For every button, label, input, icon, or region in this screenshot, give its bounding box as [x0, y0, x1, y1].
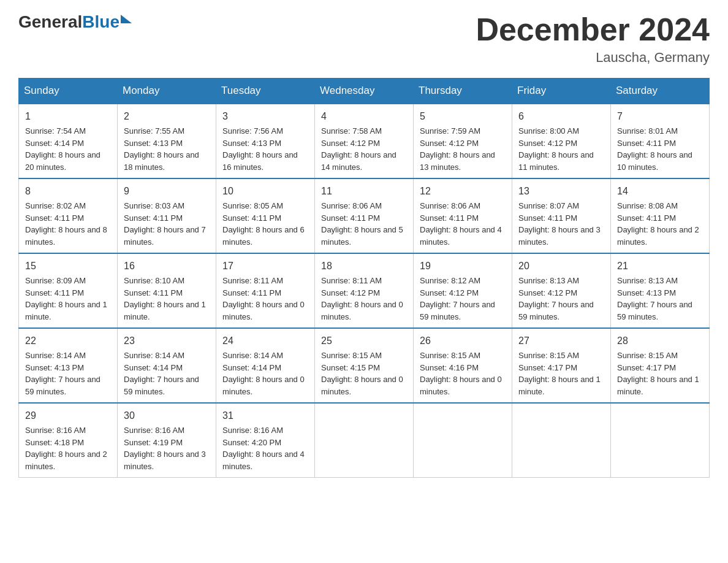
day-number: 28 [617, 334, 703, 348]
day-sunrise: Sunrise: 7:55 AM [124, 126, 184, 136]
calendar-week-row: 22 Sunrise: 8:14 AM Sunset: 4:13 PM Dayl… [19, 328, 710, 403]
day-daylight: Daylight: 8 hours and 7 minutes. [124, 225, 206, 247]
day-sunset: Sunset: 4:13 PM [617, 288, 676, 297]
day-number: 22 [25, 334, 111, 348]
day-number: 3 [222, 109, 308, 124]
day-sunset: Sunset: 4:13 PM [124, 139, 183, 148]
day-number: 8 [25, 184, 111, 199]
day-sunset: Sunset: 4:14 PM [124, 363, 183, 372]
table-row: 23 Sunrise: 8:14 AM Sunset: 4:14 PM Dayl… [118, 328, 216, 403]
day-daylight: Daylight: 7 hours and 59 minutes. [420, 300, 495, 321]
day-sunrise: Sunrise: 8:15 AM [420, 351, 480, 360]
table-row: 30 Sunrise: 8:16 AM Sunset: 4:19 PM Dayl… [118, 403, 216, 478]
day-sunset: Sunset: 4:12 PM [321, 139, 380, 148]
day-sunset: Sunset: 4:13 PM [25, 363, 84, 372]
table-row: 7 Sunrise: 8:01 AM Sunset: 4:11 PM Dayli… [611, 104, 710, 178]
table-row: 28 Sunrise: 8:15 AM Sunset: 4:17 PM Dayl… [611, 328, 710, 403]
calendar-table: Sunday Monday Tuesday Wednesday Thursday… [18, 78, 710, 478]
title-area: December 2024 Lauscha, Germany [476, 12, 710, 66]
table-row: 15 Sunrise: 8:09 AM Sunset: 4:11 PM Dayl… [19, 253, 118, 328]
day-number: 7 [617, 109, 703, 124]
day-sunrise: Sunrise: 8:14 AM [124, 351, 184, 360]
table-row: 9 Sunrise: 8:03 AM Sunset: 4:11 PM Dayli… [118, 178, 216, 253]
table-row [611, 403, 710, 478]
day-daylight: Daylight: 7 hours and 59 minutes. [518, 300, 594, 321]
day-sunset: Sunset: 4:20 PM [222, 438, 281, 447]
day-sunset: Sunset: 4:11 PM [420, 213, 479, 223]
day-sunset: Sunset: 4:14 PM [25, 139, 84, 148]
day-daylight: Daylight: 8 hours and 18 minutes. [124, 150, 199, 172]
table-row: 27 Sunrise: 8:15 AM Sunset: 4:17 PM Dayl… [512, 328, 611, 403]
table-row: 22 Sunrise: 8:14 AM Sunset: 4:13 PM Dayl… [19, 328, 118, 403]
day-daylight: Daylight: 8 hours and 10 minutes. [617, 150, 692, 172]
table-row: 12 Sunrise: 8:06 AM Sunset: 4:11 PM Dayl… [414, 178, 512, 253]
day-sunset: Sunset: 4:16 PM [420, 363, 479, 372]
day-number: 25 [321, 334, 407, 348]
day-daylight: Daylight: 8 hours and 1 minute. [518, 375, 601, 396]
day-sunset: Sunset: 4:19 PM [124, 438, 183, 447]
logo: General Blue [18, 12, 132, 32]
day-sunrise: Sunrise: 8:10 AM [124, 276, 184, 285]
day-number: 2 [124, 109, 210, 124]
day-daylight: Daylight: 8 hours and 2 minutes. [25, 450, 107, 471]
day-sunrise: Sunrise: 8:15 AM [321, 351, 382, 360]
day-sunrise: Sunrise: 8:11 AM [222, 276, 283, 285]
day-sunrise: Sunrise: 8:15 AM [518, 351, 579, 360]
day-sunrise: Sunrise: 8:14 AM [25, 351, 86, 360]
day-daylight: Daylight: 8 hours and 1 minute. [617, 375, 699, 396]
day-daylight: Daylight: 7 hours and 59 minutes. [25, 375, 100, 396]
table-row: 19 Sunrise: 8:12 AM Sunset: 4:12 PM Dayl… [414, 253, 512, 328]
day-daylight: Daylight: 8 hours and 0 minutes. [321, 375, 403, 396]
day-number: 29 [25, 408, 111, 423]
table-row: 3 Sunrise: 7:56 AM Sunset: 4:13 PM Dayli… [216, 104, 315, 178]
day-number: 30 [124, 408, 210, 423]
calendar-week-row: 29 Sunrise: 8:16 AM Sunset: 4:18 PM Dayl… [19, 403, 710, 478]
day-sunrise: Sunrise: 8:15 AM [617, 351, 678, 360]
table-row: 2 Sunrise: 7:55 AM Sunset: 4:13 PM Dayli… [118, 104, 216, 178]
day-sunset: Sunset: 4:15 PM [321, 363, 380, 372]
col-sunday: Sunday [19, 79, 118, 104]
table-row: 6 Sunrise: 8:00 AM Sunset: 4:12 PM Dayli… [512, 104, 611, 178]
table-row: 1 Sunrise: 7:54 AM Sunset: 4:14 PM Dayli… [19, 104, 118, 178]
logo-general-text: General [18, 12, 82, 32]
calendar-week-row: 15 Sunrise: 8:09 AM Sunset: 4:11 PM Dayl… [19, 253, 710, 328]
day-sunrise: Sunrise: 8:09 AM [25, 276, 86, 285]
day-number: 24 [222, 334, 308, 348]
day-sunset: Sunset: 4:12 PM [420, 288, 479, 297]
table-row: 26 Sunrise: 8:15 AM Sunset: 4:16 PM Dayl… [414, 328, 512, 403]
table-row: 25 Sunrise: 8:15 AM Sunset: 4:15 PM Dayl… [315, 328, 414, 403]
day-number: 15 [25, 259, 111, 274]
day-number: 6 [518, 109, 604, 124]
day-number: 31 [222, 408, 308, 423]
day-daylight: Daylight: 8 hours and 11 minutes. [518, 150, 594, 172]
day-sunset: Sunset: 4:12 PM [420, 139, 479, 148]
table-row: 31 Sunrise: 8:16 AM Sunset: 4:20 PM Dayl… [216, 403, 315, 478]
day-sunrise: Sunrise: 7:58 AM [321, 126, 382, 136]
day-sunrise: Sunrise: 8:14 AM [222, 351, 283, 360]
day-sunset: Sunset: 4:11 PM [124, 213, 183, 223]
day-daylight: Daylight: 8 hours and 1 minute. [124, 300, 206, 321]
day-sunrise: Sunrise: 8:01 AM [617, 126, 678, 136]
day-sunrise: Sunrise: 8:00 AM [518, 126, 579, 136]
table-row: 16 Sunrise: 8:10 AM Sunset: 4:11 PM Dayl… [118, 253, 216, 328]
day-sunrise: Sunrise: 8:12 AM [420, 276, 480, 285]
day-number: 12 [420, 184, 506, 199]
day-sunset: Sunset: 4:13 PM [222, 139, 281, 148]
day-sunrise: Sunrise: 8:16 AM [222, 426, 283, 435]
day-sunrise: Sunrise: 8:05 AM [222, 201, 283, 210]
day-daylight: Daylight: 8 hours and 8 minutes. [25, 225, 107, 247]
day-sunset: Sunset: 4:11 PM [25, 213, 84, 223]
col-tuesday: Tuesday [216, 79, 315, 104]
day-sunset: Sunset: 4:11 PM [617, 213, 676, 223]
day-sunset: Sunset: 4:11 PM [321, 213, 380, 223]
day-number: 10 [222, 184, 308, 199]
day-sunrise: Sunrise: 8:02 AM [25, 201, 86, 210]
day-daylight: Daylight: 8 hours and 5 minutes. [321, 225, 403, 247]
day-number: 26 [420, 334, 506, 348]
day-daylight: Daylight: 8 hours and 4 minutes. [420, 225, 502, 247]
col-monday: Monday [118, 79, 216, 104]
day-sunset: Sunset: 4:11 PM [617, 139, 676, 148]
day-number: 16 [124, 259, 210, 274]
day-daylight: Daylight: 8 hours and 0 minutes. [222, 300, 305, 321]
day-sunrise: Sunrise: 7:56 AM [222, 126, 283, 136]
